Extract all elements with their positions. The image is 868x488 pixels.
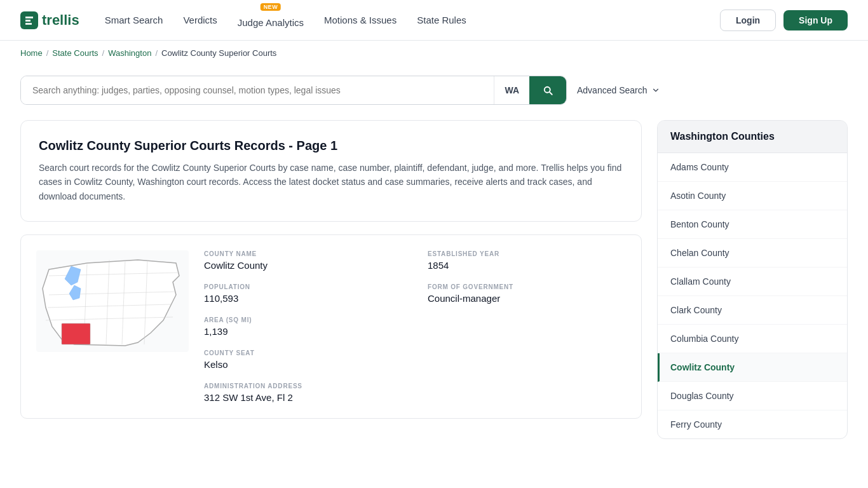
detail-government: FORM OF GOVERNMENT Council-manager [428, 283, 626, 304]
main-content: Cowlitz County Superior Courts Records -… [0, 120, 868, 459]
search-section: WA Advanced Search [0, 65, 868, 120]
advanced-search-button[interactable]: Advanced Search [577, 85, 660, 95]
county-map [36, 250, 189, 403]
right-sidebar: Washington Counties Adams County Asotin … [657, 120, 848, 439]
sidebar-item-ferry[interactable]: Ferry County [658, 410, 847, 438]
nav-links: Smart Search Verdicts NEW Judge Analytic… [105, 12, 466, 28]
navbar-right: Login Sign Up [720, 10, 848, 31]
sidebar-item-columbia[interactable]: Columbia County [658, 325, 847, 353]
breadcrumb-current: Cowlitz County Superior Courts [161, 48, 276, 58]
search-icon [542, 85, 553, 96]
detail-seat: COUNTY SEAT Kelso [204, 349, 402, 370]
sidebar-header: Washington Counties [658, 121, 847, 153]
county-info: COUNTY NAME Cowlitz County ESTABLISHED Y… [20, 234, 642, 419]
search-input[interactable] [21, 76, 494, 104]
nav-link-motions-issues[interactable]: Motions & Issues [324, 15, 397, 25]
logo[interactable]: trellis [20, 11, 79, 29]
detail-area: AREA (SQ MI) 1,139 [204, 316, 402, 337]
detail-established: ESTABLISHED YEAR 1854 [428, 250, 626, 271]
sidebar-panel: Washington Counties Adams County Asotin … [657, 120, 848, 439]
breadcrumb-sep-3: / [155, 48, 158, 58]
signup-button[interactable]: Sign Up [783, 10, 848, 30]
new-badge: NEW [261, 3, 281, 11]
breadcrumb-sep-2: / [102, 48, 105, 58]
sidebar-item-adams[interactable]: Adams County [658, 153, 847, 182]
detail-county-name: COUNTY NAME Cowlitz County [204, 250, 402, 271]
sidebar-item-benton[interactable]: Benton County [658, 210, 847, 239]
detail-address: ADMINISTRATION ADDRESS 312 SW 1st Ave, F… [204, 383, 626, 403]
nav-link-verdicts[interactable]: Verdicts [183, 15, 217, 25]
sidebar-item-douglas[interactable]: Douglas County [658, 382, 847, 410]
nav-link-smart-search[interactable]: Smart Search [105, 15, 163, 25]
search-state-indicator: WA [494, 76, 529, 104]
sidebar-item-asotin[interactable]: Asotin County [658, 182, 847, 210]
details-grid: COUNTY NAME Cowlitz County ESTABLISHED Y… [204, 250, 626, 403]
state-map-svg [36, 250, 189, 352]
left-panel: Cowlitz County Superior Courts Records -… [20, 120, 642, 439]
logo-icon [20, 11, 38, 29]
sidebar-item-chelan[interactable]: Chelan County [658, 239, 847, 268]
breadcrumb: Home / State Courts / Washington / Cowli… [0, 41, 868, 65]
breadcrumb-state-courts[interactable]: State Courts [52, 48, 98, 58]
svg-rect-10 [62, 323, 90, 344]
login-button[interactable]: Login [720, 10, 776, 31]
search-wrapper: WA [20, 76, 567, 105]
navbar-left: trellis Smart Search Verdicts NEW Judge … [20, 11, 466, 29]
detail-population: POPULATION 110,593 [204, 283, 402, 304]
nav-link-judge-analytics[interactable]: NEW Judge Analytics [238, 12, 304, 28]
search-button[interactable] [529, 76, 566, 104]
breadcrumb-washington[interactable]: Washington [108, 48, 151, 58]
breadcrumb-home[interactable]: Home [20, 48, 43, 58]
chevron-down-icon [651, 86, 660, 95]
sidebar-item-cowlitz[interactable]: Cowlitz County [658, 353, 847, 382]
navbar: trellis Smart Search Verdicts NEW Judge … [0, 0, 868, 41]
page-title: Cowlitz County Superior Courts Records -… [39, 139, 623, 153]
sidebar-item-clark[interactable]: Clark County [658, 296, 847, 325]
page-description: Search court records for the Cowlitz Cou… [39, 161, 623, 203]
sidebar-item-clallam[interactable]: Clallam County [658, 268, 847, 296]
breadcrumb-sep-1: / [46, 48, 49, 58]
main-card: Cowlitz County Superior Courts Records -… [20, 120, 642, 222]
nav-link-state-rules[interactable]: State Rules [417, 15, 466, 25]
county-details: COUNTY NAME Cowlitz County ESTABLISHED Y… [204, 250, 626, 403]
